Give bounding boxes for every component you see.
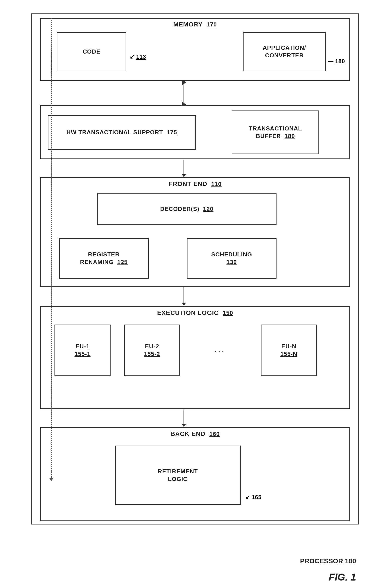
retirement-ref: ↙ 165 <box>245 494 262 501</box>
svg-marker-5 <box>182 174 186 177</box>
eun-block: EU-N155-N <box>261 325 317 376</box>
memory-block: MEMORY 170 CODE ↙ 113 APPLICATION/CONVER… <box>40 18 350 81</box>
front-end-ref: 110 <box>211 181 222 187</box>
code-ref: ↙ 113 <box>130 53 146 60</box>
dashed-line-arrow <box>48 471 54 482</box>
app-converter-ref: — 180 <box>328 58 345 65</box>
eun-label: EU-N155-N <box>280 343 297 358</box>
arrow-hw-frontend <box>177 160 190 177</box>
code-block: CODE <box>57 32 126 71</box>
decoder-label: DECODER(S) 120 <box>160 205 214 213</box>
app-converter-label: APPLICATION/CONVERTER <box>262 44 306 59</box>
eu1-block: EU-1155-1 <box>54 325 110 376</box>
diagram-container: MEMORY 170 CODE ↙ 113 APPLICATION/CONVER… <box>22 9 370 569</box>
execution-logic-label: EXECUTION LOGIC <box>157 309 219 316</box>
code-label: CODE <box>82 48 100 55</box>
arrow-frontend-exec <box>177 287 190 306</box>
hw-support-area: HW TRANSACTIONAL SUPPORT 175 TRANSACTION… <box>40 105 350 159</box>
register-renaming-block: REGISTERRENAMING 125 <box>59 238 149 279</box>
arrow-exec-backend <box>177 410 190 427</box>
hw-support-block: HW TRANSACTIONAL SUPPORT 175 <box>48 115 196 150</box>
svg-marker-7 <box>182 303 186 306</box>
back-end-ref: 160 <box>209 431 220 437</box>
memory-label: MEMORY <box>173 21 202 28</box>
decoder-block: DECODER(S) 120 <box>97 193 276 225</box>
scheduling-block: SCHEDULING130 <box>187 238 276 279</box>
register-renaming-label: REGISTERRENAMING 125 <box>80 251 128 266</box>
eu-dots-label: . . . <box>214 347 224 354</box>
hw-support-label: HW TRANSACTIONAL SUPPORT 175 <box>66 129 177 136</box>
trans-buffer-label: TRANSACTIONALBUFFER 180 <box>249 125 302 140</box>
memory-ref: 170 <box>206 21 217 28</box>
fig-label: FIG. 1 <box>329 572 356 583</box>
back-end-block: BACK END 160 RETIREMENTLOGIC ↙ 165 <box>40 427 350 521</box>
scheduling-label: SCHEDULING130 <box>211 251 252 266</box>
back-end-label: BACK END <box>170 430 206 437</box>
execution-logic-block: EXECUTION LOGIC 150 EU-1155-1 EU-2155-2 … <box>40 306 350 409</box>
execution-logic-ref: 150 <box>223 310 233 316</box>
front-end-label: FRONT END <box>169 180 207 187</box>
eu1-label: EU-1155-1 <box>74 343 90 358</box>
retirement-logic-label: RETIREMENTLOGIC <box>158 468 198 483</box>
arrow-memory-hw <box>177 81 190 106</box>
eu-dots: . . . <box>194 325 245 376</box>
front-end-block: FRONT END 110 DECODER(S) 120 REGISTERREN… <box>40 177 350 287</box>
svg-marker-11 <box>49 478 54 481</box>
dashed-line <box>51 18 52 477</box>
trans-buffer-block: TRANSACTIONALBUFFER 180 <box>232 110 319 154</box>
svg-marker-9 <box>182 424 186 427</box>
app-converter-block: APPLICATION/CONVERTER <box>243 32 326 71</box>
eu2-block: EU-2155-2 <box>124 325 180 376</box>
processor-label: PROCESSOR 100 <box>300 557 356 565</box>
eu2-label: EU-2155-2 <box>144 343 160 358</box>
retirement-logic-block: RETIREMENTLOGIC <box>115 446 241 505</box>
